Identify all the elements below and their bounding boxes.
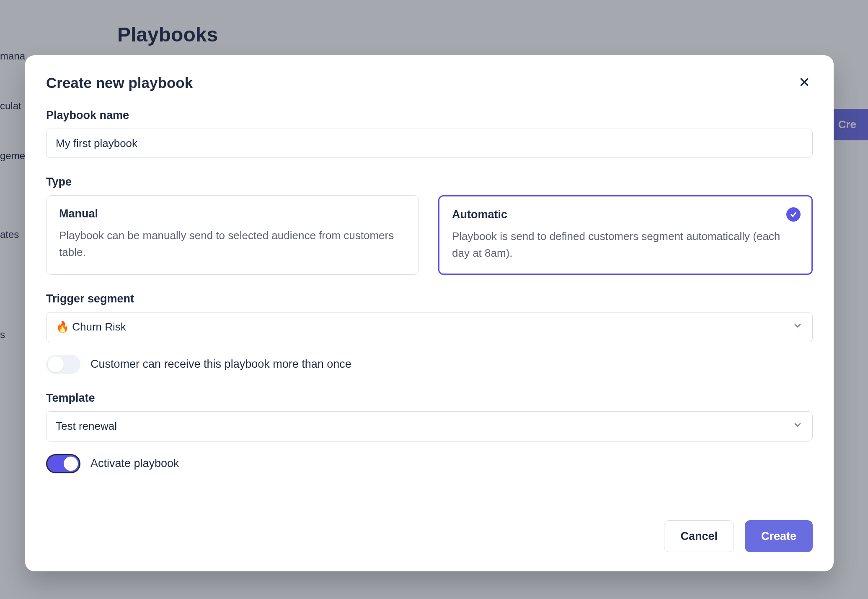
type-option-title: Automatic — [452, 208, 799, 221]
repeat-toggle-label: Customer can receive this playbook more … — [90, 358, 351, 371]
type-option-manual[interactable]: Manual Playbook can be manually send to … — [46, 195, 419, 275]
type-option-automatic[interactable]: Automatic Playbook is send to defined cu… — [438, 195, 813, 275]
trigger-segment-value: 🔥 Churn Risk — [56, 320, 126, 333]
modal-title: Create new playbook — [46, 75, 193, 91]
close-button[interactable] — [796, 75, 813, 91]
repeat-toggle[interactable] — [46, 355, 80, 374]
template-select[interactable]: Test renewal — [46, 411, 813, 442]
template-value: Test renewal — [56, 420, 117, 433]
chevron-down-icon — [793, 320, 803, 333]
playbook-name-label: Playbook name — [46, 109, 813, 122]
chevron-down-icon — [793, 420, 803, 433]
activate-toggle[interactable] — [46, 454, 80, 473]
type-option-description: Playbook is send to defined customers se… — [452, 228, 799, 262]
playbook-name-input[interactable] — [46, 129, 813, 158]
type-option-description: Playbook can be manually send to selecte… — [59, 227, 406, 261]
close-icon — [799, 77, 810, 89]
template-label: Template — [46, 392, 813, 405]
selected-check-icon — [786, 207, 801, 222]
activate-toggle-label: Activate playbook — [90, 457, 179, 470]
type-label: Type — [46, 176, 813, 188]
create-button[interactable]: Create — [745, 520, 813, 552]
create-playbook-modal: Create new playbook Playbook name Type M… — [25, 55, 834, 571]
type-option-title: Manual — [59, 207, 406, 220]
cancel-button[interactable]: Cancel — [664, 520, 734, 552]
trigger-segment-label: Trigger segment — [46, 292, 813, 305]
trigger-segment-select[interactable]: 🔥 Churn Risk — [46, 312, 813, 342]
